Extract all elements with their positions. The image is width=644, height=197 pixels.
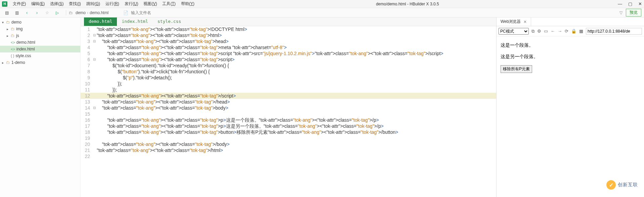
run-icon[interactable]: ▷ [53,9,61,17]
browser-refresh-icon[interactable]: ⟳ [565,29,568,34]
tree-item-demo[interactable]: ▾🗀demo [0,19,80,26]
browser-tab-close-icon[interactable]: ✕ [523,19,527,24]
fold-icon[interactable]: ⊟ [92,105,97,111]
fold-icon[interactable] [92,93,97,99]
browser-new-window-icon[interactable]: ⧉ [531,29,534,34]
browser-lock-icon[interactable]: 🔒 [571,29,576,34]
chevron-icon[interactable]: ▸ [7,27,11,31]
code-line[interactable]: 12 "tok-attr">class="tok-ang"><"tok-attr… [81,93,496,99]
code-line[interactable]: 11 }); [81,87,496,93]
close-icon[interactable]: ✕ [638,1,642,6]
browser-settings-icon[interactable]: ⚙ [537,29,541,34]
code-line[interactable]: 20 "tok-attr">class="tok-ang"><"tok-attr… [81,141,496,147]
fold-icon[interactable] [92,26,97,32]
fold-icon[interactable] [92,69,97,75]
code-line[interactable]: 19 [81,135,496,141]
fold-icon[interactable]: ⊟ [92,38,97,44]
menu-item-i[interactable]: 查找(I) [66,0,83,7]
menu-item-f[interactable]: 文件(F) [10,0,29,7]
code-line[interactable]: 5 "tok-attr">class="tok-ang"><"tok-attr"… [81,50,496,56]
left-panel-icon[interactable]: ▤ [3,9,11,17]
filter-icon[interactable]: ▽ [619,10,622,15]
code-editor[interactable]: 1"tok-attr">class="tok-ang"><"tok-attr">… [81,26,496,197]
fold-icon[interactable] [92,117,97,123]
tree-label: 1-demo [11,60,25,65]
fold-icon[interactable] [92,81,97,87]
menu-item-v[interactable]: 视图(V) [141,0,160,7]
editor-tab-index-html[interactable]: index.html [117,17,153,26]
menu-item-u[interactable]: 发行(U) [122,0,141,7]
fold-icon[interactable] [92,123,97,129]
remove-p-button[interactable]: 移除所有P元素 [501,65,532,73]
fold-icon[interactable] [92,135,97,141]
code-line[interactable]: 18 "tok-attr">class="tok-ang"><"tok-attr… [81,129,496,135]
fold-icon[interactable]: ⊟ [92,32,97,38]
browser-forward-icon[interactable]: → [558,29,562,34]
preview-button[interactable]: 预览 [626,9,641,16]
menu-item-y[interactable]: 帮助(Y) [178,0,197,7]
code-line[interactable]: 7 $("tok-id">document)."tok-id">ready("t… [81,63,496,69]
code-line[interactable]: 21"tok-attr">class="tok-ang"><"tok-attr"… [81,147,496,153]
tree-item-1-demo[interactable]: ▸🗀1-demo [0,59,80,66]
code-line[interactable]: 13 "tok-attr">class="tok-ang"><"tok-attr… [81,99,496,105]
code-line[interactable]: 22 [81,153,496,159]
breadcrumb-item[interactable]: demo.html [90,10,109,15]
right-panel-icon[interactable]: ▥ [13,9,21,17]
fold-icon[interactable] [92,141,97,147]
tree-item-demo-html[interactable]: <>demo.html [0,39,80,46]
minimize-icon[interactable]: — [618,1,622,6]
browser-tab[interactable]: Web浏览器 ✕ [497,17,531,26]
menu-item-t[interactable]: 工具(T) [160,0,178,7]
breadcrumb-item[interactable]: demo [76,10,86,15]
file-search-input[interactable] [131,10,198,15]
editor-tab-demo-html[interactable]: demo.html [84,17,117,26]
browser-back-icon[interactable]: ← [551,29,555,34]
browser-mode-select[interactable]: PC模式 [499,28,529,35]
code-line[interactable]: 10 }); [81,81,496,87]
favorites-icon[interactable]: ☆ [43,9,51,17]
code-line[interactable]: 8 $("button")."tok-id">click("tok-fn">fu… [81,69,496,75]
browser-url-input[interactable] [586,28,642,35]
tree-item-index-html[interactable]: <>index.html [0,46,80,52]
menu-item-g[interactable]: 跳转(G) [84,0,103,7]
editor-tab-style-css[interactable]: style.css [153,17,186,26]
code-line[interactable]: 4 "tok-attr">class="tok-ang"><"tok-attr"… [81,44,496,50]
maximize-icon[interactable]: ▢ [628,1,632,6]
menu-item-e[interactable]: 编辑(E) [29,0,47,7]
fold-icon[interactable] [92,153,97,159]
code-line[interactable]: 9 $("p")."tok-id">detach(); [81,75,496,81]
tree-item-style-css[interactable]: { }style.css [0,52,80,59]
chevron-icon[interactable]: ▸ [2,61,6,65]
chevron-icon[interactable]: ▸ [7,34,11,38]
fold-icon[interactable] [92,44,97,50]
code-line[interactable]: 14⊟ "tok-attr">class="tok-ang"><"tok-att… [81,105,496,111]
nav-back-icon[interactable]: ‹ [23,9,31,17]
new-file-icon[interactable]: 📄 [123,10,128,15]
fold-icon[interactable] [92,75,97,81]
fold-icon[interactable] [92,87,97,93]
fold-icon[interactable] [92,63,97,69]
nav-forward-icon[interactable]: › [33,9,41,17]
fold-icon[interactable] [92,99,97,105]
tree-item-js[interactable]: ▸🗀js [0,32,80,39]
code-line[interactable]: 3⊟ "tok-attr">class="tok-ang"><"tok-attr… [81,38,496,44]
tree-label: style.css [15,53,31,58]
code-line[interactable]: 15 [81,111,496,117]
chevron-icon[interactable]: ▾ [2,21,6,24]
fold-icon[interactable] [92,50,97,56]
code-line[interactable]: 2⊟"tok-attr">class="tok-ang"><"tok-attr"… [81,32,496,38]
browser-screenshot-icon[interactable]: ▭ [544,29,548,34]
fold-icon[interactable] [92,129,97,135]
tree-item-img[interactable]: ▸🗀img [0,26,80,32]
code-line[interactable]: 6⊟ "tok-attr">class="tok-ang"><"tok-attr… [81,56,496,63]
menu-item-r[interactable]: 运行(R) [103,0,122,7]
code-line[interactable]: 17 "tok-attr">class="tok-ang"><"tok-attr… [81,123,496,129]
code-line[interactable]: 1"tok-attr">class="tok-ang"><"tok-attr">… [81,26,496,32]
fold-icon[interactable]: ⊟ [92,56,97,63]
fold-icon[interactable] [92,147,97,153]
code-line[interactable]: 16 "tok-attr">class="tok-ang"><"tok-attr… [81,117,496,123]
browser-qr-icon[interactable]: ▦ [579,29,583,34]
menu-item-s[interactable]: 选择(S) [47,0,66,7]
folder-icon: 🗀 [6,60,10,65]
fold-icon[interactable] [92,111,97,117]
